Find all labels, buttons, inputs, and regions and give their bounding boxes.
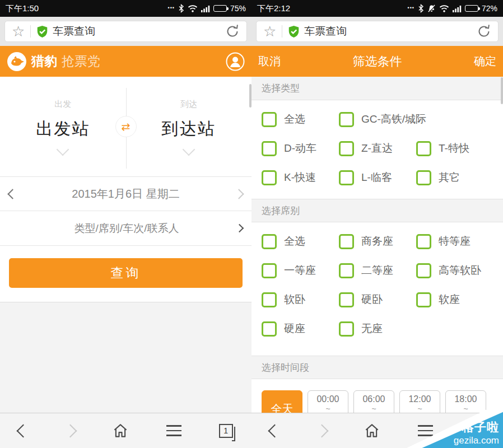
back-button[interactable]	[17, 424, 30, 437]
checkbox[interactable]	[262, 112, 277, 127]
checkbox-item[interactable]: 其它	[416, 170, 493, 185]
checkbox-item[interactable]: 高等软卧	[416, 263, 493, 278]
checkbox[interactable]	[339, 263, 354, 278]
brand: 猎豹抢票党	[7, 52, 100, 72]
checkbox-item[interactable]: K-快速	[262, 170, 339, 185]
home-button[interactable]	[364, 423, 380, 438]
checkbox[interactable]	[416, 170, 431, 185]
home-button[interactable]	[112, 423, 129, 438]
browser-nav-bar: 1	[0, 413, 252, 448]
page-title: 车票查询	[304, 24, 477, 39]
checkbox[interactable]	[262, 234, 277, 249]
checkbox-label: 其它	[439, 170, 460, 185]
search-card: 出发 出发站 ⇄ 到达 到达站 2015年1月6日 星期二 类型/席别/车次/联	[0, 77, 252, 246]
filter-options-label[interactable]: 类型/席别/车次/联系人	[9, 221, 236, 236]
checkbox-item[interactable]: 软卧	[262, 292, 339, 307]
scrollbar[interactable]	[501, 77, 503, 104]
checkbox[interactable]	[339, 112, 354, 127]
checkbox[interactable]	[416, 292, 431, 307]
checkbox[interactable]	[416, 234, 431, 249]
checkbox[interactable]	[339, 292, 354, 307]
checkbox[interactable]	[339, 234, 354, 249]
notification-dots-icon: •••	[168, 5, 175, 11]
checkbox-item[interactable]: 全选	[262, 234, 339, 249]
next-day-icon[interactable]	[234, 189, 244, 199]
watermark-name: 格子啦	[454, 419, 499, 435]
filter-title: 筛选条件	[281, 53, 474, 70]
checkbox[interactable]	[416, 141, 431, 156]
security-shield-icon	[288, 25, 300, 38]
scrollbar[interactable]	[249, 84, 252, 108]
watermark: 格子啦 gezila.com	[407, 399, 503, 448]
checkbox[interactable]	[262, 170, 277, 185]
from-station-value[interactable]: 出发站	[36, 118, 90, 141]
section-header-time-period: 选择时间段	[252, 356, 503, 379]
confirm-button[interactable]: 确定	[474, 54, 496, 69]
checkbox[interactable]	[262, 292, 277, 307]
status-bar: 下午2:12 ••• 72%	[252, 0, 503, 17]
mute-icon	[427, 4, 436, 13]
checkbox[interactable]	[262, 263, 277, 278]
tabs-button[interactable]: 1	[219, 424, 233, 438]
checkbox[interactable]	[262, 141, 277, 156]
checkbox[interactable]	[416, 263, 431, 278]
filter-options-row[interactable]: 类型/席别/车次/联系人	[0, 211, 252, 245]
forward-button[interactable]	[315, 424, 328, 437]
forward-button[interactable]	[63, 424, 77, 437]
refresh-icon[interactable]	[225, 24, 240, 39]
back-button[interactable]	[268, 424, 282, 437]
checkbox-label: 软卧	[284, 292, 305, 307]
checkbox-label: 全选	[284, 112, 305, 127]
checkbox-label: 商务座	[361, 234, 393, 249]
clock: 下午1:50	[6, 3, 39, 14]
checkbox-item[interactable]: 硬卧	[339, 292, 416, 307]
checkbox-item[interactable]: 软座	[416, 292, 493, 307]
url-bar[interactable]: ☆ 车票查询	[256, 21, 499, 42]
to-station-value[interactable]: 到达站	[162, 118, 216, 141]
url-bar[interactable]: ☆ 车票查询	[4, 21, 247, 42]
travel-date[interactable]: 2015年1月6日 星期二	[16, 186, 235, 202]
checkbox-item[interactable]: 硬座	[262, 321, 339, 337]
section-header-train-type: 选择类型	[252, 77, 503, 100]
checkbox-item[interactable]: 特等座	[416, 234, 493, 249]
checkbox[interactable]	[339, 170, 354, 185]
date-row[interactable]: 2015年1月6日 星期二	[0, 176, 252, 211]
cancel-button[interactable]: 取消	[258, 54, 281, 69]
refresh-icon[interactable]	[477, 24, 491, 39]
checkbox-item[interactable]: T-特快	[416, 141, 493, 156]
checkbox-item[interactable]: 全选	[262, 112, 339, 127]
to-station-selector[interactable]: 到达 到达站	[126, 77, 252, 176]
checkbox-label: 无座	[361, 321, 383, 336]
app-header: 猎豹抢票党	[0, 46, 252, 77]
checkbox[interactable]	[262, 321, 277, 337]
checkbox-item[interactable]: Z-直达	[339, 141, 416, 156]
checkbox[interactable]	[339, 321, 354, 337]
wifi-icon	[188, 4, 198, 12]
page-title: 车票查询	[53, 24, 225, 39]
menu-button[interactable]	[166, 425, 181, 436]
search-button[interactable]: 查询	[9, 258, 243, 288]
checkbox-row: 一等座 二等座 高等软卧	[252, 256, 503, 285]
bookmark-star-icon[interactable]: ☆	[263, 24, 276, 39]
checkbox-item[interactable]: L-临客	[339, 170, 416, 185]
checkbox-item[interactable]: 二等座	[339, 263, 416, 278]
from-station-selector[interactable]: 出发 出发站	[0, 77, 126, 176]
pane-filter-panel: 下午2:12 ••• 72% ☆ 车票查询 取消 筛选条件	[252, 0, 503, 448]
clock: 下午2:12	[257, 3, 290, 14]
divider	[30, 25, 31, 38]
checkbox-item[interactable]: 商务座	[339, 234, 416, 249]
checkbox-item[interactable]: 无座	[339, 321, 416, 337]
section-title: 选择时间段	[262, 361, 309, 374]
checkbox-item[interactable]: 一等座	[262, 263, 339, 278]
checkbox-row: 全选 商务座 特等座	[252, 227, 503, 256]
checkbox-item[interactable]: D-动车	[262, 141, 339, 156]
checkbox-row: 软卧 硬卧 软座	[252, 285, 503, 314]
user-avatar-icon[interactable]	[226, 52, 245, 71]
leopard-logo-icon	[7, 52, 27, 72]
checkbox[interactable]	[339, 141, 354, 156]
wifi-icon	[439, 4, 449, 12]
checkbox-item[interactable]: GC-高铁/城际	[339, 112, 426, 127]
bluetooth-icon	[418, 4, 424, 13]
bookmark-star-icon[interactable]: ☆	[12, 24, 25, 39]
browser-bar: ☆ 车票查询	[252, 17, 503, 46]
